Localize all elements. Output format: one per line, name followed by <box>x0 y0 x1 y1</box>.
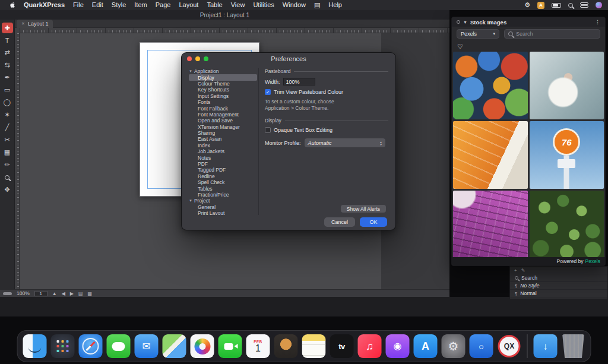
dock-launchpad-icon[interactable] <box>51 334 75 358</box>
stock-image-orange-canopy[interactable] <box>453 121 528 189</box>
ok-button[interactable]: OK <box>360 217 387 227</box>
dock-app-store-icon[interactable]: A <box>414 334 438 358</box>
stock-image-person-in-white[interactable] <box>530 52 604 119</box>
close-window-button[interactable] <box>187 56 192 61</box>
dock-facetime-icon[interactable] <box>218 334 242 358</box>
horizontal-scrollbar[interactable] <box>3 292 12 295</box>
text-linking-tool[interactable]: ⇄ <box>1 47 13 58</box>
tab-close-icon[interactable]: ✕ <box>21 21 25 26</box>
control-center-icon[interactable] <box>580 2 588 8</box>
prefs-item-colour-theme[interactable]: Colour Theme <box>189 81 257 87</box>
menu-style[interactable]: Style <box>107 0 130 10</box>
oval-box-tool[interactable]: ◯ <box>1 97 13 108</box>
prefs-item-fonts[interactable]: Fonts <box>189 99 257 105</box>
dock-trash-icon[interactable] <box>562 334 585 358</box>
search-icon[interactable] <box>568 3 573 8</box>
prefs-item-key-shortcuts[interactable]: Key Shortcuts <box>189 87 257 93</box>
dock-downloads-icon[interactable]: ↓ <box>534 334 558 358</box>
layout-tab[interactable]: ✕ Layout 1 <box>17 20 53 28</box>
page-popup-icon[interactable]: ▲ <box>52 291 57 296</box>
zoom-level[interactable]: 100% <box>17 290 30 296</box>
stock-image-ivy-leaves[interactable] <box>530 191 604 258</box>
menu-file[interactable]: File <box>69 0 88 10</box>
prefs-item-fraction-price[interactable]: Fraction/Price <box>189 192 257 198</box>
freehand-tool[interactable]: ✏ <box>1 159 13 170</box>
add-style-icon[interactable]: + <box>514 268 517 273</box>
line-tool[interactable]: ╱ <box>1 122 13 133</box>
stock-image-magenta-building[interactable] <box>453 191 528 258</box>
stock-images-header[interactable]: ▼ Stock Images ⋮ <box>452 17 605 27</box>
bezier-pen-tool[interactable]: ✒ <box>1 72 13 83</box>
prev-page-icon[interactable]: ◀ <box>62 291 65 296</box>
dock-quarkxpress-icon[interactable]: QX <box>498 334 521 358</box>
monitor-profile-dropdown[interactable]: Automatic ▴▾ <box>305 138 385 147</box>
menu-layout[interactable]: Layout <box>175 0 202 10</box>
starburst-tool[interactable]: ✶ <box>1 109 13 121</box>
dock-finder-icon[interactable] <box>23 334 47 358</box>
stock-image-colorful-flowers[interactable] <box>453 52 528 119</box>
pan-tool[interactable]: ✥ <box>1 184 13 195</box>
dock-photos-icon[interactable] <box>191 334 214 358</box>
menu-window[interactable]: Window <box>278 0 310 10</box>
disclosure-triangle-icon[interactable]: ▼ <box>463 20 467 24</box>
prefs-group-project[interactable]: ▼ Project <box>189 198 257 204</box>
view-mode-icon[interactable]: ▤ <box>78 291 83 296</box>
prefs-item-tagged-pdf[interactable]: Tagged PDF <box>189 167 257 173</box>
window-title-bar[interactable]: Project1 : Layout 1 <box>0 10 449 20</box>
edit-style-icon[interactable]: ✎ <box>521 268 525 273</box>
prefs-item-east-asian[interactable]: East Asian <box>189 136 257 142</box>
menu-view[interactable]: View <box>227 0 249 10</box>
dock-tv-icon[interactable]: tv <box>330 334 354 358</box>
menu-item-menu[interactable]: Item <box>130 0 151 10</box>
prefs-group-application[interactable]: ▼ Application <box>189 68 257 74</box>
zoom-window-button[interactable] <box>204 56 208 61</box>
dock-messages-icon[interactable] <box>107 334 131 358</box>
menu-page[interactable]: Page <box>151 0 175 10</box>
dock-music-icon[interactable]: ♫ <box>358 334 382 358</box>
dock-maps-icon[interactable] <box>163 334 186 358</box>
apple-menu[interactable] <box>6 2 20 8</box>
show-all-alerts-button[interactable]: Show All Alerts <box>341 205 386 213</box>
prefs-item-font-fallback[interactable]: Font Fallback <box>189 105 257 111</box>
dock-calendar-icon[interactable]: FEB 1 <box>246 334 270 358</box>
cancel-button[interactable]: Cancel <box>324 217 355 227</box>
siri-icon[interactable] <box>596 2 602 8</box>
page-number-field[interactable]: 1 <box>34 291 48 296</box>
item-tool[interactable]: ✚ <box>2 23 13 33</box>
scissors-tool[interactable]: ✂ <box>1 134 13 145</box>
prefs-item-general[interactable]: General <box>189 204 257 210</box>
next-page-icon[interactable]: ▶ <box>70 291 74 296</box>
prefs-item-job-jackets[interactable]: Job Jackets <box>189 148 257 154</box>
menu-edit[interactable]: Edit <box>88 0 107 10</box>
dock-blue-app-icon[interactable]: ○ <box>470 334 493 358</box>
minimize-window-button[interactable] <box>195 56 200 61</box>
rectangle-box-tool[interactable]: ▭ <box>1 84 13 96</box>
dock-notes-icon[interactable] <box>302 334 326 358</box>
prefs-item-display[interactable]: Display <box>189 74 257 80</box>
dock-mail-icon[interactable]: ✉ <box>135 334 159 358</box>
input-source-icon[interactable]: A <box>537 2 544 9</box>
provider-dropdown[interactable]: Pexels ▾ <box>457 29 499 39</box>
prefs-item-index[interactable]: Index <box>189 143 257 148</box>
battery-icon[interactable] <box>552 3 561 8</box>
prefs-item-font-management[interactable]: Font Management <box>189 112 257 118</box>
grid-view-icon[interactable]: ▦ <box>88 291 93 296</box>
text-content-tool[interactable]: T <box>1 34 13 46</box>
menu-help[interactable]: Help <box>324 0 346 10</box>
prefs-item-sharing[interactable]: Sharing <box>189 130 257 136</box>
palette-menu-icon[interactable]: ⋮ <box>595 19 600 25</box>
prefs-item-spell-check[interactable]: Spell Check <box>189 179 257 185</box>
heart-icon[interactable]: ♡ <box>457 43 463 50</box>
zoom-tool[interactable] <box>1 172 13 183</box>
gear-icon[interactable]: ⚙ <box>524 1 530 9</box>
prefs-item-input-settings[interactable]: Input Settings <box>189 93 257 99</box>
menu-app-name[interactable]: QuarkXPress <box>20 0 69 10</box>
pexels-link[interactable]: Pexels <box>585 258 600 264</box>
prefs-item-pdf[interactable]: PDF <box>189 161 257 167</box>
menu-table[interactable]: Table <box>202 0 226 10</box>
prefs-item-tables[interactable]: Tables <box>189 185 257 191</box>
style-search-row[interactable]: Search <box>510 274 607 282</box>
menu-utilities[interactable]: Utilities <box>249 0 278 10</box>
stock-search-input[interactable] <box>516 31 596 37</box>
prefs-item-xtension-manager[interactable]: XTension Manager <box>189 124 257 130</box>
